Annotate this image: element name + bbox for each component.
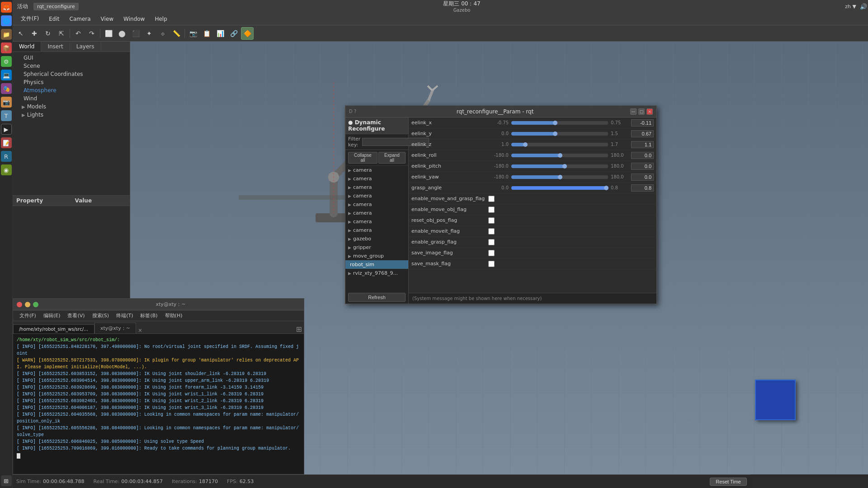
toolbar-box[interactable]: ⬜ <box>102 27 115 40</box>
rqt-tree-camera2[interactable]: ▶camera <box>345 174 408 183</box>
param-val-grasp-angle[interactable] <box>631 184 654 192</box>
terminal-max-btn[interactable] <box>33 302 38 307</box>
tab-layers[interactable]: Layers <box>70 42 101 52</box>
terminal-tab-2[interactable]: xty@xty：~ <box>94 323 136 333</box>
rqt-tree-camera6[interactable]: ▶camera <box>345 209 408 217</box>
tab-world[interactable]: World <box>13 42 41 52</box>
param-slider-eelink-z[interactable] <box>511 143 608 146</box>
toolbar-joint[interactable]: 🔗 <box>227 27 240 40</box>
toolbar-scale[interactable]: ⇱ <box>55 27 68 40</box>
tree-physics[interactable]: Physics <box>13 78 130 86</box>
terminal-tab-close[interactable]: × <box>138 327 142 333</box>
app-grid[interactable]: ⊞ <box>1 475 12 486</box>
slider-thumb-eelink-x[interactable] <box>553 121 557 125</box>
rqt-close-btn[interactable]: × <box>646 108 653 115</box>
rqt-minimize-btn[interactable]: — <box>630 108 637 115</box>
slider-thumb-eelink-z[interactable] <box>523 142 528 147</box>
toolbar-measure[interactable]: 📏 <box>170 27 183 40</box>
terminal-close-btn[interactable] <box>17 302 22 307</box>
slider-thumb-eelink-roll[interactable] <box>558 153 562 158</box>
rqt-tree-gazebo[interactable]: ▶gazebo <box>345 235 408 243</box>
term-menu-help[interactable]: 帮助(H) <box>162 312 185 319</box>
param-slider-eelink-roll[interactable] <box>511 154 608 157</box>
rqt-tree-camera5[interactable]: ▶camera <box>345 200 408 209</box>
slider-thumb-eelink-pitch[interactable] <box>562 164 567 169</box>
rqt-tree-camera1[interactable]: ▶camera <box>345 166 408 174</box>
checkbox-enable-move-grasp[interactable] <box>488 196 495 202</box>
rqt-tree-move-group[interactable]: ▶move_group <box>345 252 408 260</box>
app-unknown4[interactable]: ◉ <box>1 164 12 175</box>
param-slider-eelink-x[interactable] <box>511 121 608 125</box>
param-slider-eelink-y[interactable] <box>511 132 608 136</box>
checkbox-enable-grasp[interactable] <box>488 239 495 245</box>
checkbox-save-image[interactable] <box>488 250 495 256</box>
checkbox-save-mask[interactable] <box>488 261 495 267</box>
toolbar-select[interactable]: ↖ <box>14 27 27 40</box>
toolbar-plot[interactable]: 📊 <box>214 27 226 40</box>
app-indicator[interactable]: rqt_reconfigure <box>33 3 79 10</box>
app-files[interactable]: 📁 <box>1 29 12 40</box>
toolbar-screenshot[interactable]: 📷 <box>187 27 199 40</box>
toolbar-undo[interactable]: ↶ <box>72 27 85 40</box>
tab-insert[interactable]: Insert <box>41 42 70 52</box>
app-text[interactable]: T <box>1 110 12 121</box>
term-menu-tabs[interactable]: 标签(B) <box>137 312 160 319</box>
app-unknown2[interactable]: 🎭 <box>1 83 12 94</box>
toolbar-rotate[interactable]: ↻ <box>42 27 54 40</box>
term-menu-edit[interactable]: 编辑(E) <box>41 312 63 319</box>
terminal-tab-icons[interactable]: ⊞ <box>296 325 302 333</box>
param-val-eelink-x[interactable] <box>631 119 654 127</box>
tree-lights[interactable]: ▶Lights <box>13 111 130 119</box>
refresh-button[interactable]: Refresh <box>348 293 406 302</box>
param-slider-grasp-angle[interactable] <box>511 186 608 190</box>
terminal-content[interactable]: /home/xty/robot_sim_ws/src/robot_sim/: [… <box>13 334 304 471</box>
param-val-eelink-roll[interactable] <box>631 152 654 159</box>
tree-gui[interactable]: GUI <box>13 54 130 62</box>
term-menu-terminal[interactable]: 终端(T) <box>113 312 136 319</box>
param-val-eelink-yaw[interactable] <box>631 174 654 181</box>
toolbar-light[interactable]: ✦ <box>143 27 156 40</box>
rqt-maximize-btn[interactable]: □ <box>638 108 645 115</box>
menu-window[interactable]: Window <box>119 14 149 23</box>
app-camera[interactable]: 📷 <box>1 97 12 108</box>
slider-thumb-eelink-yaw[interactable] <box>558 175 562 179</box>
param-slider-eelink-yaw[interactable] <box>511 175 608 179</box>
menu-edit[interactable]: Edit <box>44 14 64 23</box>
rqt-tree-camera4[interactable]: ▶camera <box>345 192 408 200</box>
rqt-tree-gripper[interactable]: ▶gripper <box>345 243 408 252</box>
param-slider-eelink-pitch[interactable] <box>511 164 608 168</box>
param-val-eelink-z[interactable] <box>631 141 654 148</box>
slider-thumb-grasp-angle[interactable] <box>604 186 609 190</box>
app-firefox[interactable]: 🦊 <box>1 2 12 13</box>
checkbox-enable-moveit[interactable] <box>488 228 495 235</box>
toolbar-cylinder[interactable]: ⬛ <box>129 27 142 40</box>
toolbar-log[interactable]: 📋 <box>200 27 213 40</box>
tree-wind[interactable]: Wind <box>13 94 130 103</box>
toolbar-active[interactable]: 🔶 <box>241 27 254 40</box>
param-val-eelink-pitch[interactable] <box>631 163 654 170</box>
toolbar-sphere[interactable]: ⬤ <box>116 27 128 40</box>
menu-view[interactable]: View <box>96 14 118 23</box>
menu-file[interactable]: 文件(F) <box>16 14 43 24</box>
app-vscode[interactable]: 💻 <box>1 70 12 80</box>
app-unknown1[interactable]: ⚙ <box>1 56 12 67</box>
collapse-all-btn[interactable]: Collapse all <box>348 152 377 164</box>
term-menu-view[interactable]: 查看(V) <box>65 312 87 319</box>
toolbar-mesh[interactable]: ⟐ <box>156 27 169 40</box>
tree-models[interactable]: ▶Models <box>13 103 130 111</box>
rqt-tree-camera3[interactable]: ▶camera <box>345 183 408 192</box>
app-rviz[interactable]: R <box>1 151 12 162</box>
slider-thumb-eelink-y[interactable] <box>553 131 557 136</box>
menu-help[interactable]: Help <box>150 14 171 23</box>
tree-spherical-coords[interactable]: Spherical Coordinates <box>13 70 130 78</box>
app-chrome[interactable]: 🌐 <box>1 15 12 26</box>
menu-camera[interactable]: Camera <box>65 14 95 23</box>
tree-atmosphere[interactable]: Atmosphere <box>13 86 130 94</box>
rqt-tree-rviz[interactable]: ▶rviz_xty_9768_9... <box>345 269 408 277</box>
app-unknown3[interactable]: 📝 <box>1 137 12 148</box>
reset-time-button[interactable]: Reset Time <box>710 478 747 486</box>
toolbar-redo[interactable]: ↷ <box>85 27 98 40</box>
app-software[interactable]: 📦 <box>1 42 12 53</box>
rqt-tree-camera8[interactable]: ▶camera <box>345 226 408 235</box>
rqt-tree-robot-sim[interactable]: robot_sim <box>345 260 408 269</box>
